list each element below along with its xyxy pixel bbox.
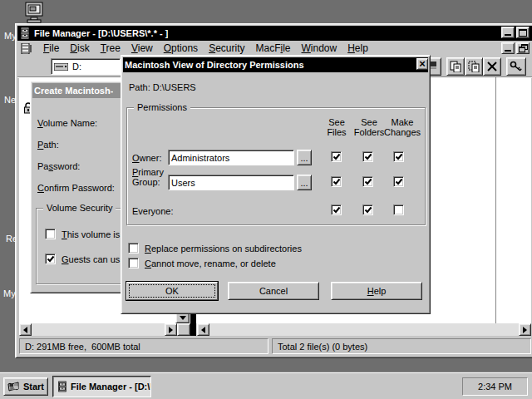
perm-dialog-title-bar[interactable]: Macintosh View of Directory Permissions … [123,57,428,72]
volume-readonly-checkbox[interactable] [45,229,56,239]
menu-options[interactable]: Options [162,42,200,55]
menu-macfile[interactable]: MacFile [254,42,292,55]
primary-group-input[interactable]: Users [168,175,294,190]
password-label: Password: [37,161,80,171]
replace-permissions-label[interactable]: Replace permissions on subdirectories [145,244,302,254]
check-icon [364,178,372,186]
hscroll-right-arrow[interactable] [165,323,177,336]
owner-make-changes-checkbox[interactable] [393,151,404,162]
perm-dialog-title: Macintosh View of Directory Permissions [125,60,304,70]
hscroll-left-pane [19,323,177,336]
file-cabinet-icon [57,381,67,392]
owner-label: Owner: [132,153,161,163]
everyone-see-folders-checkbox[interactable] [362,204,373,215]
delete-x-icon [487,62,497,71]
everyone-make-changes-checkbox[interactable] [393,204,404,215]
menu-window[interactable]: Window [300,42,339,55]
windows-flag-icon [7,382,20,392]
drive-selector[interactable]: D: [51,58,121,75]
path-value: Path: D:\USERS [129,82,196,92]
status-right: Total 2 file(s) (0 bytes) [272,338,531,354]
paste-icon [468,61,480,72]
my-computer-icon [23,2,45,23]
menu-tree[interactable]: Tree [99,42,122,55]
menu-view[interactable]: View [130,42,155,55]
task-button-file-manager[interactable]: File Manager - [D:\U... [52,376,151,397]
permissions-button[interactable] [506,57,526,76]
hscroll-left-arrow[interactable] [19,323,32,336]
confirm-password-label: Confirm Password: [37,183,115,193]
owner-browse-button[interactable]: ... [297,150,312,165]
screen: { "desktop": { "icons": [ { "label": "My… [0,0,532,399]
minimize-button[interactable] [501,27,515,38]
hscroll-right-pane [196,323,531,336]
permissions-dialog: Macintosh View of Directory Permissions … [121,55,431,314]
col-see-files: See Files [320,117,353,137]
check-icon [47,255,55,264]
volume-readonly-label[interactable]: This volume is [62,229,120,239]
group-see-files-checkbox[interactable] [331,176,342,187]
hscroll2-left-arrow[interactable] [197,323,209,336]
owner-see-files-checkbox[interactable] [331,151,342,162]
arrow-right-icon [169,327,173,333]
taskbar: Start File Manager - [D:\U... 2:34 PM [0,372,532,399]
copy-icon [450,61,461,72]
title-bar[interactable]: File Manager - [D:\USERS\*.* - ] [17,26,532,41]
child-minimize-icon [505,50,511,52]
delete-button[interactable] [483,57,501,76]
menu-disk[interactable]: Disk [68,42,91,55]
child-minimize-button[interactable] [501,42,515,54]
minimize-icon [505,34,511,36]
child-restore-button[interactable] [516,42,530,54]
check-icon [364,153,372,161]
clock[interactable]: 2:34 PM [478,382,512,392]
check-icon [332,153,341,161]
ok-button-label: OK [165,286,179,296]
child-restore-icon-2 [519,47,525,52]
replace-permissions-checkbox[interactable] [128,243,139,254]
system-tray[interactable]: 2:34 PM [462,377,528,396]
dialog-close-button[interactable]: × [416,58,428,70]
guests-checkbox[interactable] [45,254,56,264]
primary-group-label: Primary Group: [132,167,164,187]
scroll-corner [177,323,190,336]
desktop-icon-my-computer[interactable] [23,2,45,23]
paste-button[interactable] [465,57,483,76]
copy-button[interactable] [446,57,465,76]
hscroll2-right-arrow[interactable] [519,323,531,336]
menu-security[interactable]: Security [207,42,246,55]
help-button-label: Help [367,286,387,296]
cannot-move-checkbox[interactable] [128,258,139,268]
check-icon [332,206,341,214]
start-button[interactable]: Start [3,377,48,396]
start-button-label: Start [23,382,44,392]
maximize-button[interactable] [516,27,530,38]
cancel-button-label: Cancel [259,286,288,296]
maximize-icon [519,29,527,37]
pane-divider-line [495,77,496,323]
group-see-folders-checkbox[interactable] [362,176,373,187]
path-label: Path: [37,140,59,150]
arrow-right-icon-2 [523,327,527,333]
owner-see-folders-checkbox[interactable] [362,151,373,162]
everyone-label: Everyone: [132,206,174,216]
ok-button[interactable]: OK [126,281,219,301]
group-make-changes-checkbox[interactable] [393,176,404,187]
status-left: D: 291MB free, 600MB total [19,338,268,354]
owner-value: Administrators [171,153,229,163]
key-icon [510,61,523,72]
primary-group-browse-button[interactable]: ... [297,175,312,190]
cannot-move-label[interactable]: Cannot move, rename, or delete [145,259,276,268]
help-button[interactable]: Help [331,282,422,300]
task-button-label: File Manager - [D:\U... [71,382,150,392]
cancel-button[interactable]: Cancel [228,282,319,300]
everyone-see-files-checkbox[interactable] [331,204,342,215]
guests-label[interactable]: Guests can us [62,254,120,264]
menu-help[interactable]: Help [346,42,370,55]
owner-input[interactable]: Administrators [168,150,294,165]
menu-file[interactable]: File [42,42,61,55]
primary-group-value: Users [171,178,195,188]
directory-window-icon[interactable] [21,43,32,54]
arrow-down-icon [180,316,186,320]
window-title: File Manager - [D:\USERS\*.* - ] [34,28,168,38]
